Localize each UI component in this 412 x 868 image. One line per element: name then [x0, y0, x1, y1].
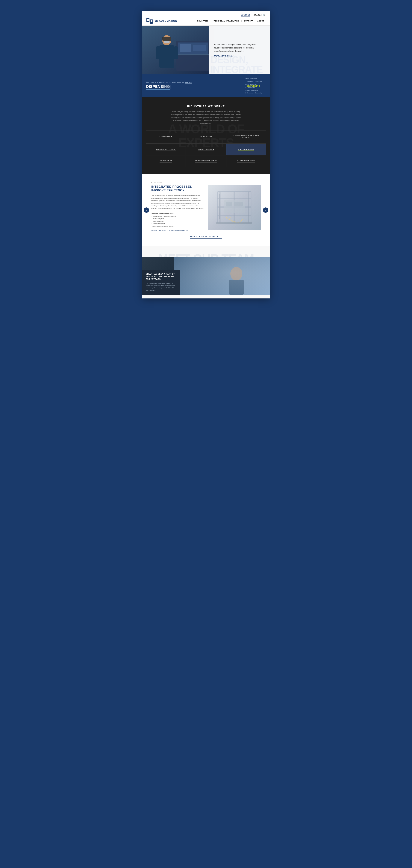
svg-rect-30	[229, 280, 244, 295]
list-item: 1 Component Dispensing	[245, 80, 262, 83]
list-item: Grease Dispensing	[245, 89, 262, 92]
search-label: SEARCH	[254, 14, 262, 16]
contact-link[interactable]: CONTACT	[241, 14, 251, 17]
nav-sep-1: |	[211, 19, 211, 22]
svg-rect-15	[156, 46, 160, 59]
industry-item-life-sciences[interactable]: LIFE SCIENCES	[226, 144, 266, 155]
industry-item-aerospace[interactable]: AEROSPACE/DEFENSE	[186, 156, 226, 167]
svg-rect-14	[159, 45, 174, 68]
svg-rect-26	[226, 202, 232, 206]
nav-industries[interactable]: INDUSTRIES	[195, 19, 210, 23]
tech-cap-item: Multiple Vision Inspection Systems	[151, 215, 204, 218]
tech-cap-item: Label Application	[151, 220, 204, 222]
svg-point-29	[230, 267, 242, 280]
site-header: CONTACT SEARCH 🔍 JR AUTOMATION™	[142, 11, 270, 26]
search-button[interactable]: SEARCH 🔍	[254, 14, 266, 17]
svg-rect-21	[217, 215, 251, 216]
hero-layout: DESIGN, INTEGRATE JR Automation designs,…	[142, 26, 270, 74]
machine-illustration	[213, 189, 256, 225]
hero-section: DESIGN, INTEGRATE JR Automation designs,…	[142, 26, 270, 74]
case-study-label: CASE STUDY	[151, 182, 261, 184]
industry-item-construction[interactable]: CONSTRUCTION	[186, 144, 226, 155]
svg-rect-2	[147, 19, 149, 21]
case-study-content: INTEGRATED PROCESSES IMPROVE EFFICENCY T…	[151, 185, 204, 231]
svg-rect-18	[219, 194, 249, 219]
nav-support[interactable]: SUPPORT	[242, 19, 255, 23]
team-image-bright	[174, 257, 270, 295]
team-card-name: BRIAN HAS BEEN A PART OF THE JR AUTOMATI…	[146, 273, 176, 281]
dispensing-title: DISPENSING	[146, 85, 170, 90]
list-item: 2 Component Dispensing	[245, 92, 262, 94]
industry-item-automotive[interactable]: AUTOMOTIVE	[146, 130, 186, 144]
dispensing-title-area: DISPENSING	[146, 85, 242, 90]
industries-subtitle: We're always learning new and better way…	[170, 111, 242, 125]
nav-about[interactable]: ABOUT	[256, 19, 266, 23]
header-nav-row: JR AUTOMATION™ INDUSTRIES | TECHNICAL CA…	[146, 18, 266, 24]
logo-text: JR AUTOMATION™	[155, 20, 179, 22]
dispensing-cta-label[interactable]: DISPENSING →	[247, 85, 263, 87]
dispensing-left: EXPLORE OUR TECHNICAL CAPABILITIES OR SE…	[146, 82, 242, 90]
project-name: Robotic Visor Assembly Cell	[169, 229, 188, 231]
carousel-prev-button[interactable]: ‹	[144, 208, 149, 213]
dispensing-cursor	[170, 85, 170, 89]
svg-rect-20	[217, 206, 251, 208]
industries-title: INDUSTRIES WE SERVE	[146, 105, 266, 108]
tech-cap-item: Grease Application	[151, 222, 204, 225]
svg-rect-17	[217, 191, 251, 223]
dispensing-explore-label: EXPLORE OUR TECHNICAL CAPABILITIES OR SE…	[146, 82, 242, 84]
hero-description: JR Automation designs, builds, and integ…	[214, 43, 264, 53]
meet-team-outer: BRIAN HAS BEEN A PART OF THE JR AUTOMATI…	[142, 257, 270, 295]
nav-technical-capabilities[interactable]: TECHNICAL CAPABILITIES	[212, 19, 240, 23]
svg-rect-10	[177, 56, 209, 56]
hero-worker-svg	[142, 26, 214, 74]
industry-item-food-beverage[interactable]: FOOD & BEVERAGE	[146, 144, 186, 155]
svg-rect-22	[219, 191, 220, 223]
industry-item-electronics[interactable]: ELECTRONICS/ CONSUMER GOODS	[226, 130, 266, 144]
view-full-case-study-link[interactable]: View Full Case Study	[151, 229, 166, 231]
svg-rect-27	[234, 202, 243, 206]
tech-cap-item: Heated Edgefold	[151, 218, 204, 220]
hero-bg-text: DESIGN, INTEGRATE	[209, 55, 270, 74]
search-icon: 🔍	[263, 14, 266, 17]
industry-item-ammunition[interactable]: AMMUNITION	[186, 130, 226, 144]
see-all-link[interactable]: SEE ALL	[185, 82, 192, 84]
logo-icon	[146, 18, 153, 24]
view-all-case-studies-button[interactable]: VIEW ALL CASE STUDIES →	[190, 236, 223, 239]
industries-grid: AUTOMOTIVE AMMUNITION ELECTRONICS/ CONSU…	[146, 130, 266, 167]
dispensing-inner: EXPLORE OUR TECHNICAL CAPABILITIES OR SE…	[146, 77, 266, 94]
case-study-title: INTEGRATED PROCESSES IMPROVE EFFICENCY	[151, 185, 204, 192]
dispensing-section: EXPLORE OUR TECHNICAL CAPABILITIES OR SE…	[142, 74, 270, 97]
carousel-next-button[interactable]: ›	[263, 208, 268, 213]
svg-rect-19	[217, 198, 251, 199]
svg-rect-23	[248, 191, 249, 223]
team-card-quote: The most exciting thing about our work i…	[146, 282, 176, 292]
svg-rect-25	[224, 200, 245, 213]
case-study-image	[208, 185, 261, 230]
case-study-grid: INTEGRATED PROCESSES IMPROVE EFFICENCY T…	[151, 185, 261, 231]
case-study-link-row: View Full Case Study | Robotic Visor Ass…	[151, 229, 204, 231]
team-member-silhouette	[208, 265, 265, 295]
logo-tm: ™	[177, 20, 179, 21]
logo-area[interactable]: JR AUTOMATION™	[146, 18, 179, 24]
hero-image	[142, 26, 214, 74]
svg-rect-9	[176, 54, 210, 55]
case-study-section: ‹ › CASE STUDY INTEGRATED PROCESSES IMPR…	[142, 174, 270, 246]
svg-rect-8	[193, 45, 206, 51]
svg-rect-24	[234, 191, 235, 223]
main-nav: INDUSTRIES | TECHNICAL CAPABILITIES | SU…	[195, 19, 266, 23]
svg-rect-13	[164, 41, 170, 43]
industry-item-battery-energy[interactable]: BATTERY/ENERGY	[226, 156, 266, 167]
tech-cap-item: Automated Mechanical Assembly	[151, 225, 204, 227]
outer-wrapper: CONTACT SEARCH 🔍 JR AUTOMATION™	[0, 0, 412, 310]
link-separator: |	[167, 229, 168, 231]
header-top-bar: CONTACT SEARCH 🔍	[146, 14, 266, 17]
hero-tagline: Think. Solve. Create	[214, 55, 264, 57]
industries-section: A WORLD OF EXPERTS INDUSTRIES WE SERVE W…	[142, 97, 270, 174]
list-item: Spray Dispensing	[245, 77, 262, 80]
tech-cap-label: Technical Capabilities Involved	[151, 212, 204, 214]
industry-item-amusement[interactable]: AMUSEMENT	[146, 156, 186, 167]
svg-rect-12	[162, 37, 171, 41]
nav-sep-2: |	[241, 19, 242, 22]
meet-team-section: MEET OUR TEAM BRIAN HAS BEEN A PART OF T…	[142, 246, 270, 299]
site-wrapper: CONTACT SEARCH 🔍 JR AUTOMATION™	[142, 11, 270, 299]
